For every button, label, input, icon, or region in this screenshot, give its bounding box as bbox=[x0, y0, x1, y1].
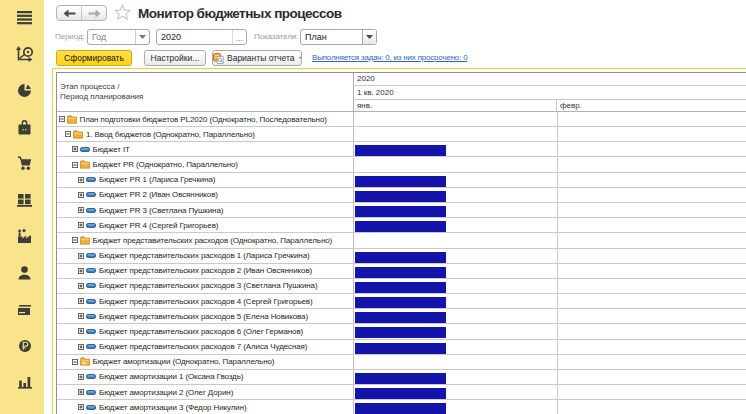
process-cell[interactable]: Бюджет амортизации (Однократно, Параллел… bbox=[57, 355, 354, 369]
expand-toggle[interactable] bbox=[72, 162, 78, 168]
process-row[interactable]: Бюджет PR 1 (Лариса Гречкина) bbox=[57, 173, 746, 188]
bar-chart-icon[interactable] bbox=[14, 373, 35, 393]
gantt-bar[interactable] bbox=[355, 176, 446, 187]
period-dropdown-icon[interactable] bbox=[135, 30, 149, 44]
process-cell[interactable]: Бюджет представительских расходов 5 (Еле… bbox=[57, 309, 354, 323]
gantt-bar[interactable] bbox=[355, 282, 446, 293]
expand-toggle[interactable] bbox=[78, 328, 84, 334]
process-cell[interactable]: Бюджет амортизации 1 (Оксана Гвоздь) bbox=[57, 370, 354, 384]
process-monitor-icon[interactable] bbox=[14, 44, 35, 64]
cart-icon[interactable] bbox=[14, 154, 35, 174]
row-label: Бюджет PR 1 (Лариса Гречкина) bbox=[99, 175, 215, 184]
process-cell[interactable]: Бюджет представительских расходов 7 (Али… bbox=[57, 340, 354, 354]
process-cell[interactable]: Бюджет PR 1 (Лариса Гречкина) bbox=[57, 173, 354, 187]
process-row[interactable]: Бюджет IT bbox=[57, 142, 746, 157]
pie-chart-icon[interactable] bbox=[14, 81, 35, 101]
expand-toggle[interactable] bbox=[78, 344, 84, 350]
bag-icon[interactable] bbox=[14, 117, 35, 137]
gantt-bar[interactable] bbox=[355, 327, 446, 338]
process-row[interactable]: Бюджет амортизации 1 (Оксана Гвоздь) bbox=[57, 370, 746, 385]
gantt-bar[interactable] bbox=[355, 343, 446, 354]
process-cell[interactable]: 1. Ввод бюджетов (Однократно, Параллельн… bbox=[57, 127, 354, 141]
process-cell[interactable]: Бюджет представительских расходов 2 (Ива… bbox=[57, 264, 354, 278]
expand-toggle[interactable] bbox=[59, 116, 65, 122]
expand-toggle[interactable] bbox=[78, 374, 84, 380]
period-select[interactable]: Год bbox=[87, 29, 150, 45]
process-row[interactable]: Бюджет представительских расходов 1 (Лар… bbox=[57, 249, 746, 264]
process-row[interactable]: Бюджет представительских расходов 5 (Еле… bbox=[57, 309, 746, 324]
generate-button[interactable]: Сформировать bbox=[56, 50, 132, 66]
gantt-bar[interactable] bbox=[355, 145, 446, 156]
process-row[interactable]: Бюджет представительских расходов 4 (Сер… bbox=[57, 294, 746, 309]
process-row[interactable]: Бюджет амортизации 2 (Олег Дорин) bbox=[57, 385, 746, 400]
process-cell[interactable]: Бюджет представительских расходов 1 (Лар… bbox=[57, 249, 354, 263]
process-row[interactable]: Бюджет PR (Однократно, Параллельно) bbox=[57, 158, 746, 173]
tasks-link[interactable]: Выполняется задач: 0, из них просрочено:… bbox=[312, 50, 467, 66]
process-row[interactable]: Бюджет представительских расходов 7 (Али… bbox=[57, 340, 746, 355]
process-row[interactable]: Бюджет PR 2 (Иван Овсянников) bbox=[57, 188, 746, 203]
gantt-bar[interactable] bbox=[355, 403, 446, 414]
process-row[interactable]: Бюджет представительских расходов 3 (Све… bbox=[57, 279, 746, 294]
expand-toggle[interactable] bbox=[65, 131, 71, 137]
expand-toggle[interactable] bbox=[78, 207, 84, 213]
forward-button[interactable] bbox=[82, 6, 106, 20]
expand-toggle[interactable] bbox=[72, 146, 78, 152]
process-cell[interactable]: Бюджет PR 2 (Иван Овсянников) bbox=[57, 188, 354, 202]
process-cell[interactable]: Бюджет амортизации 3 (Федор Никулин) bbox=[57, 400, 354, 414]
gantt-bar[interactable] bbox=[355, 388, 446, 399]
gantt-bar[interactable] bbox=[355, 267, 446, 278]
indicators-dropdown-icon[interactable] bbox=[362, 30, 376, 44]
gantt-bar[interactable] bbox=[355, 373, 446, 384]
gantt-bar[interactable] bbox=[355, 297, 446, 308]
process-cell[interactable]: Бюджет представительских расходов 3 (Све… bbox=[57, 279, 354, 293]
process-cell[interactable]: Бюджет представительских расходов 4 (Сер… bbox=[57, 294, 354, 308]
indicators-select[interactable]: План bbox=[300, 29, 377, 45]
favorite-star-icon[interactable] bbox=[114, 4, 131, 21]
gantt-bar[interactable] bbox=[355, 312, 446, 323]
process-row[interactable]: Бюджет амортизации 3 (Федор Никулин) bbox=[57, 400, 746, 414]
expand-toggle[interactable] bbox=[78, 313, 84, 319]
expand-toggle[interactable] bbox=[78, 268, 84, 274]
factory-icon[interactable] bbox=[14, 227, 35, 247]
gantt-bar[interactable] bbox=[355, 206, 446, 217]
gantt-bar[interactable] bbox=[355, 221, 446, 232]
report-variants-button[interactable]: Варианты отчета bbox=[212, 50, 302, 66]
settings-button[interactable]: Настройки... bbox=[144, 50, 206, 66]
expand-toggle[interactable] bbox=[78, 222, 84, 228]
process-cell[interactable]: Бюджет PR 4 (Сергей Григорьев) bbox=[57, 218, 354, 232]
bank-card-icon[interactable] bbox=[14, 300, 35, 320]
process-row[interactable]: 1. Ввод бюджетов (Однократно, Параллельн… bbox=[57, 127, 746, 142]
expand-toggle[interactable] bbox=[78, 283, 84, 289]
process-row[interactable]: Бюджет представительских расходов (Однок… bbox=[57, 233, 746, 248]
process-cell[interactable]: Бюджет представительских расходов (Однок… bbox=[57, 233, 354, 247]
back-button[interactable] bbox=[57, 6, 82, 20]
year-picker-button[interactable]: ... bbox=[232, 30, 246, 44]
expand-toggle[interactable] bbox=[78, 298, 84, 304]
ruble-icon[interactable] bbox=[14, 336, 35, 356]
expand-toggle[interactable] bbox=[78, 404, 84, 410]
year-input[interactable]: 2020 ... bbox=[156, 29, 247, 45]
process-cell[interactable]: Бюджет IT bbox=[57, 142, 354, 156]
expand-toggle[interactable] bbox=[78, 389, 84, 395]
expand-toggle[interactable] bbox=[72, 237, 78, 243]
process-cell[interactable]: Бюджет PR 3 (Светлана Пушкина) bbox=[57, 203, 354, 217]
gantt-bar[interactable] bbox=[355, 252, 446, 263]
process-cell[interactable]: Бюджет амортизации 2 (Олег Дорин) bbox=[57, 385, 354, 399]
process-cell[interactable]: Бюджет PR (Однократно, Параллельно) bbox=[57, 158, 354, 172]
process-row[interactable]: План подготовки бюджетов PL2020 (Однокра… bbox=[57, 112, 746, 127]
expand-toggle[interactable] bbox=[78, 253, 84, 259]
process-cell[interactable]: План подготовки бюджетов PL2020 (Однокра… bbox=[57, 112, 354, 126]
expand-toggle[interactable] bbox=[78, 192, 84, 198]
process-row[interactable]: Бюджет амортизации (Однократно, Параллел… bbox=[57, 355, 746, 370]
process-row[interactable]: Бюджет представительских расходов 2 (Ива… bbox=[57, 264, 746, 279]
person-icon[interactable] bbox=[14, 263, 35, 283]
process-cell[interactable]: Бюджет представительских расходов 6 (Оле… bbox=[57, 324, 354, 338]
process-row[interactable]: Бюджет представительских расходов 6 (Оле… bbox=[57, 324, 746, 339]
expand-toggle[interactable] bbox=[78, 177, 84, 183]
boxes-icon[interactable] bbox=[14, 190, 35, 210]
menu-icon[interactable] bbox=[14, 8, 35, 28]
process-row[interactable]: Бюджет PR 3 (Светлана Пушкина) bbox=[57, 203, 746, 218]
gantt-bar[interactable] bbox=[355, 191, 446, 202]
process-row[interactable]: Бюджет PR 4 (Сергей Григорьев) bbox=[57, 218, 746, 233]
expand-toggle[interactable] bbox=[72, 359, 78, 365]
